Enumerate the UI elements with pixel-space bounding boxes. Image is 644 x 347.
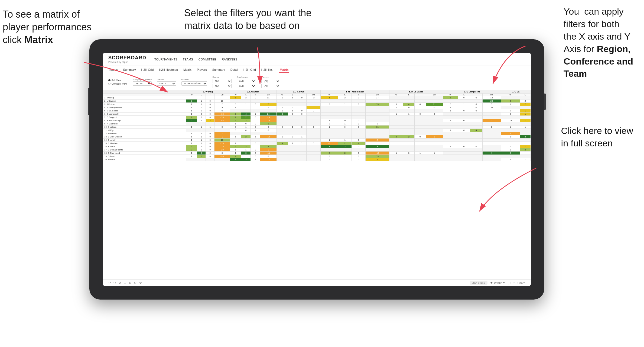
redo-icon[interactable]: ↪ [113,281,116,285]
matrix-cell [277,145,288,148]
matrix-cell [307,155,321,158]
player-name-cell: 11. M Ege [103,129,186,132]
nav-committee[interactable]: COMMITTEE [199,57,216,62]
matrix-cell [365,132,389,135]
matrix-cell [251,139,260,142]
undo-icon[interactable]: ↩ [108,281,111,285]
matrix-cell: -7 [365,139,389,142]
matrix-cell: 1 [186,109,197,113]
tab-matrix-players[interactable]: Matrix [183,67,192,73]
tab-detail[interactable]: Detail [230,67,239,73]
matrix-cell [443,142,458,145]
matrix-cell: 1 [277,135,288,139]
matrix-cell [458,135,470,139]
tab-h2h-he[interactable]: H2H He... [261,67,275,73]
matrix-cell: 1 [338,139,352,142]
matrix-cell [307,103,321,106]
matrix-cell: -3 [214,135,230,139]
matrix-cell [277,139,288,142]
view-original-button[interactable]: View: Original [470,281,487,285]
matrix-cell [482,145,501,148]
nav-tournaments[interactable]: TOURNAMENTS [154,57,177,62]
region-select2[interactable]: N/A [213,84,232,88]
matrix-cell [230,99,241,103]
tab-h2h-heatmap[interactable]: H2H Heatmap [158,67,178,73]
tab-players[interactable]: Players [196,67,207,73]
matrix-cell [214,158,230,161]
matrix-cell [414,129,426,132]
full-view-radio[interactable] [108,79,110,81]
matrix-cell: 0 [260,126,277,129]
zoom-out-icon[interactable]: ⊖ [134,281,136,285]
matrix-cell [458,132,470,135]
conference-select2[interactable]: (All) [237,84,256,88]
tab-teams[interactable]: Teams [108,67,118,73]
max-players-label: Max players in view [133,78,152,81]
matrix-cell [338,106,352,109]
matrix-cell: 2 [520,148,531,152]
col-header-4: 4. M Thorbjornsen [321,90,389,94]
max-players-select[interactable]: Top 25 [133,81,152,86]
compact-view-option[interactable]: Compact View [108,82,127,85]
matrix-cell [501,116,520,119]
fullscreen-icon[interactable]: ⛶ [508,281,510,285]
matrix-cell [352,135,365,139]
matrix-cell: 0 [470,96,482,99]
matrix-cell: 3 [241,152,251,155]
matrix-cell: 3 [338,145,352,148]
matrix-cell: 1 [197,99,206,103]
share-label[interactable]: Share [518,281,525,285]
players-select1[interactable]: (All) [261,79,280,83]
matrix-cell [403,132,415,135]
table-row: 16. K Vilips210-252204330810001 [103,145,531,148]
matrix-cell [403,119,415,122]
gender-select[interactable]: Men's [157,81,176,86]
settings-icon[interactable]: ⚙ [139,281,142,285]
matrix-cell: 9 [260,122,277,126]
matrix-cell [389,129,403,132]
matrix-cell: 1 [186,139,197,142]
matrix-container[interactable]: 1. W Ding 2. L Clanton 3. J Koivun 4. M … [103,90,531,279]
players-filter: Players (All) (All) [261,76,280,88]
nav-teams[interactable]: TEAMS [183,57,193,62]
matrix-cell: 1 [426,152,443,155]
compact-view-radio[interactable] [108,83,110,85]
matrix-cell: 1 [197,119,206,122]
region-select1[interactable]: N/A [213,79,232,83]
watch-button[interactable]: 👁 Watch ▾ [490,281,505,285]
zoom-in-icon[interactable]: ⊕ [129,281,131,285]
players-select2[interactable]: (All) [261,84,280,88]
matrix-cell [206,122,214,126]
grid-icon[interactable]: ⊞ [124,281,126,285]
full-view-option[interactable]: Full View [108,79,127,82]
tab-summary2[interactable]: Summary [212,67,226,73]
tab-matrix-active[interactable]: Matrix [279,67,289,73]
matrix-cell [470,132,482,135]
refresh-icon[interactable]: ↺ [119,281,121,285]
matrix-cell: 1 [414,106,426,109]
matrix-cell: -8 [260,148,277,152]
share-icon[interactable]: ⤴ [513,281,515,285]
matrix-cell: 0 [251,142,260,145]
matrix-cell [470,158,482,161]
tab-summary[interactable]: Summary [122,67,136,73]
col-header-6: 6. C Lamprecht [443,90,501,94]
matrix-cell: 24 [260,113,277,116]
player-name-cell: 20. M Ford [103,158,186,161]
nav-rankings[interactable]: RANKINGS [222,57,237,62]
tab-h2h-grid2[interactable]: H2H Grid [243,67,256,73]
matrix-cell: 0 [458,129,470,132]
matrix-cell: 13 [365,103,389,106]
table-row: 12. M Riedel110-6-6 [103,132,531,135]
matrix-cell: 6 [214,109,230,113]
matrix-cell [389,116,403,119]
matrix-cell [288,148,297,152]
matrix-cell: -25 [214,145,230,148]
division-select[interactable]: NCAA Division I [181,81,207,86]
matrix-cell [470,148,482,152]
tab-h2h-grid[interactable]: H2H Grid [141,67,154,73]
matrix-cell: 0 [206,148,214,152]
matrix-cell [288,119,297,122]
matrix-cell: 2 [389,135,403,139]
conference-select1[interactable]: (All) [237,79,256,83]
